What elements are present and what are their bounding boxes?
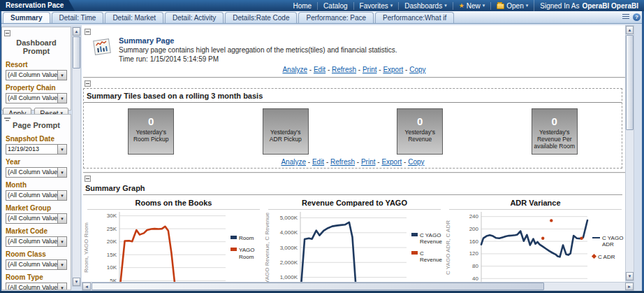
chart-title-rule bbox=[268, 209, 441, 210]
prompt-field-month: Month(All Column Value▼ bbox=[6, 181, 71, 201]
prompt-label: Room Class bbox=[6, 250, 71, 258]
report-icon bbox=[92, 38, 112, 57]
prompt-field-room-type: Room Type(All Column Value▼ bbox=[6, 273, 71, 290]
year-dropdown[interactable]: (All Column Value▼ bbox=[6, 167, 67, 178]
export-link[interactable]: Export bbox=[383, 66, 403, 73]
tab-detail-activity[interactable]: Detail: Activity bbox=[165, 12, 224, 23]
chart-canvas: 4080120160200240 bbox=[453, 212, 591, 282]
svg-text:200: 200 bbox=[469, 226, 479, 232]
tile-yesterday-s-adr-pickup[interactable]: Yesterday's ADR Pickup bbox=[263, 108, 309, 155]
collapse-panel-icon[interactable] bbox=[4, 30, 10, 36]
edit-link[interactable]: Edit bbox=[314, 66, 325, 73]
tab-summary[interactable]: Summary bbox=[3, 12, 50, 23]
chart-adr-variance: ADR VarianceC YAGO ADR, C ADR40801201602… bbox=[445, 196, 625, 282]
market-code-dropdown[interactable]: (All Column Value▼ bbox=[6, 236, 67, 247]
chart-title: Rooms on the Books bbox=[83, 196, 264, 209]
link-separator: - bbox=[306, 158, 312, 166]
prompt-field-property-chain: Property Chain(All Column Value▼ bbox=[6, 84, 71, 103]
page-tab-bar: SummaryDetail: TimeDetail: MarketDetail:… bbox=[0, 11, 644, 24]
dashboard-main-area: Summary Page Summary page contains high … bbox=[82, 25, 625, 282]
room-type-dropdown[interactable]: (All Column Value▼ bbox=[6, 283, 67, 290]
legend-item-yago-room: YAGO Room bbox=[230, 247, 264, 259]
prompt-label: Year bbox=[6, 158, 71, 166]
user-name: OperaBI OperaBI bbox=[582, 2, 638, 10]
month-dropdown[interactable]: (All Column Value▼ bbox=[6, 190, 67, 201]
tab-details-rate-code[interactable]: Details:Rate Code bbox=[225, 12, 297, 23]
scroll-up-icon[interactable]: ▲ bbox=[73, 27, 80, 36]
svg-text:10K: 10K bbox=[107, 264, 117, 271]
collapse-section-icon[interactable] bbox=[85, 29, 91, 35]
legend-item-c-adr: C ADR bbox=[592, 254, 625, 260]
legend-label: C Revenue bbox=[420, 250, 445, 263]
collapse-panel-icon[interactable] bbox=[4, 117, 10, 119]
tab-detail-time[interactable]: Detail: Time bbox=[52, 12, 104, 23]
copy-link[interactable]: Copy bbox=[408, 158, 424, 166]
legend-item-c-yago-adr: C YAGO ADR bbox=[592, 235, 625, 248]
tabbar-icons: ? bbox=[622, 13, 641, 23]
prompt-label: Resort bbox=[6, 61, 71, 69]
sidebar-scrollbar-thumb[interactable] bbox=[73, 36, 80, 69]
chart-title-rule bbox=[449, 209, 622, 210]
refresh-link[interactable]: Refresh bbox=[332, 66, 356, 73]
nav-item-new[interactable]: ★New▾ bbox=[453, 2, 491, 10]
prompt-field-room-class: Room Class(All Column Value▼ bbox=[6, 250, 71, 270]
nav-item-open[interactable]: Open▾ bbox=[490, 2, 534, 10]
prompt-label: Market Code bbox=[6, 227, 71, 235]
tab-detail-market[interactable]: Detail: Market bbox=[105, 12, 163, 23]
dropdown-value: (All Column Value bbox=[6, 260, 57, 269]
tile-yesterday-s-revenue[interactable]: 0Yesterday's Revenue bbox=[397, 108, 443, 155]
tile-yesterday-s-room-pickup[interactable]: 0Yesterday's Room Pickup bbox=[128, 108, 174, 155]
tile-label: Yesterday's Revenue Per available Room bbox=[532, 129, 577, 150]
nav-item-dashboards[interactable]: Dashboards▾ bbox=[398, 2, 452, 10]
nav-item-favorites[interactable]: Favorites▾ bbox=[353, 2, 399, 10]
legend-label: C ADR bbox=[598, 254, 615, 260]
analyze-link[interactable]: Analyze bbox=[282, 66, 307, 73]
dashboard-title-tab[interactable]: Reservation Pace bbox=[0, 0, 75, 11]
refresh-link[interactable]: Refresh bbox=[330, 158, 355, 166]
nav-item-catalog[interactable]: Catalog bbox=[317, 2, 353, 10]
horizontal-scrollbar-thumb[interactable] bbox=[92, 283, 544, 290]
collapse-section-icon[interactable] bbox=[85, 176, 91, 182]
dropdown-value: (All Column Value bbox=[6, 283, 57, 290]
link-separator: - bbox=[307, 66, 314, 73]
market-group-dropdown[interactable]: (All Column Value▼ bbox=[6, 213, 67, 224]
snapshot-date-dropdown[interactable]: 12/19/2013▼ bbox=[6, 144, 67, 155]
collapse-section-icon[interactable] bbox=[85, 80, 91, 87]
chevron-down-icon: ▼ bbox=[57, 283, 66, 290]
property-chain-dropdown[interactable]: (All Column Value▼ bbox=[6, 93, 67, 103]
svg-text:20K: 20K bbox=[107, 238, 117, 245]
scroll-left-icon[interactable]: ◄ bbox=[82, 283, 91, 290]
chart-body: Room, YAGO Room5K10K15K20K25K30KRoomYAGO… bbox=[83, 212, 264, 282]
tile-value: 0 bbox=[148, 115, 154, 129]
tab-performance-pace[interactable]: Performance: Pace bbox=[298, 12, 374, 23]
sidebar-scrollbar[interactable]: ▲ ▼ bbox=[72, 27, 81, 287]
charts-row: Rooms on the BooksRoom, YAGO Room5K10K15… bbox=[83, 196, 625, 282]
dropdown-value: (All Column Value bbox=[6, 168, 57, 177]
nav-item-label: Dashboards bbox=[404, 2, 442, 10]
legend-marker bbox=[592, 254, 597, 259]
scroll-down-icon[interactable]: ▼ bbox=[626, 272, 634, 280]
tile-label: Yesterday's Room Pickup bbox=[129, 129, 173, 143]
print-link[interactable]: Print bbox=[361, 158, 376, 166]
svg-text:2,000K: 2,000K bbox=[280, 259, 298, 266]
nav-item-home[interactable]: Home bbox=[287, 2, 317, 10]
room-class-dropdown[interactable]: (All Column Value▼ bbox=[6, 259, 67, 270]
analyze-link[interactable]: Analyze bbox=[281, 158, 306, 166]
scroll-up-icon[interactable]: ▲ bbox=[626, 26, 634, 34]
tab-performance-what-if[interactable]: Performance:What if bbox=[375, 12, 454, 23]
page-options-icon[interactable] bbox=[622, 14, 629, 20]
edit-link[interactable]: Edit bbox=[312, 158, 324, 166]
tile-yesterday-s-revenue-per-available-room[interactable]: 0Yesterday's Revenue Per available Room bbox=[532, 108, 578, 155]
chevron-down-icon: ▼ bbox=[57, 94, 66, 103]
help-icon[interactable]: ? bbox=[633, 13, 641, 21]
horizontal-scrollbar[interactable]: ◄ ► bbox=[82, 282, 634, 291]
main-scrollbar[interactable]: ▲ ▼ bbox=[625, 25, 634, 281]
export-link[interactable]: Export bbox=[381, 158, 402, 166]
scroll-right-icon[interactable]: ► bbox=[625, 283, 634, 290]
scroll-down-icon[interactable]: ▼ bbox=[73, 278, 80, 286]
main-scrollbar-thumb[interactable] bbox=[626, 35, 634, 130]
print-link[interactable]: Print bbox=[363, 66, 377, 73]
dropdown-value: (All Column Value bbox=[6, 71, 57, 80]
copy-link[interactable]: Copy bbox=[409, 66, 425, 73]
resort-dropdown[interactable]: (All Column Value▼ bbox=[6, 70, 67, 80]
